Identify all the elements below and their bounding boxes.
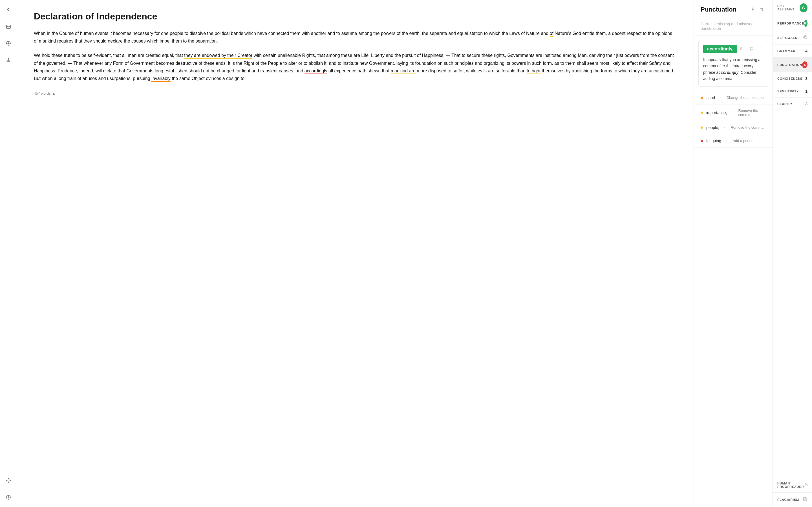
editor-area[interactable]: Declaration of Independence When in the … [17, 0, 694, 507]
list-item-3[interactable]: people, · Remove the comma [694, 121, 772, 134]
underline-they-creator: they are endowed by their Creator [184, 53, 252, 59]
suggestions-panel: Punctuation 5 Corrects missing and misus… [694, 0, 772, 507]
performance-label: PERFORMANCE [777, 22, 804, 25]
suggestion-card-actions: ··· [737, 45, 765, 53]
suggestions-header: Punctuation 5 [694, 0, 772, 18]
list-word-2: importance, [706, 110, 727, 115]
suggestions-count: 5 [752, 7, 755, 13]
svg-point-4 [8, 499, 9, 499]
left-sidebar [0, 0, 17, 507]
sensitivity-score-item[interactable]: SENSITIVITY 1 [773, 85, 812, 98]
suggestions-subtitle: Corrects missing and misused punctuation [694, 18, 772, 36]
human-proofreader-item[interactable]: HUMAN PROOFREADER [773, 478, 812, 493]
plagiarism-item[interactable]: PLAGIARISM [773, 493, 812, 507]
underline-to-right: to right [527, 68, 541, 74]
list-item-1[interactable]: ; and · Change the punctuation [694, 91, 772, 105]
svg-point-2 [8, 480, 9, 482]
suggestion-more-button[interactable]: ··· [758, 45, 765, 53]
download-icon[interactable] [3, 55, 13, 65]
underline-accordingly: accordingly [305, 68, 327, 74]
underline-nature: of [550, 31, 553, 37]
human-proofreader-icon [804, 482, 809, 488]
scores-spacer [773, 110, 812, 478]
scores-sidebar: HIDE ASSISTANT G PERFORMANCE 84 SET GOAL… [772, 0, 812, 507]
svg-point-7 [806, 483, 807, 485]
settings-icon[interactable] [3, 475, 13, 486]
list-item-2[interactable]: importance, · Remove the comma [694, 105, 772, 121]
clarity-score-item[interactable]: CLARITY 3 [773, 98, 812, 110]
paragraph-1: When in the Course of human events it be… [34, 30, 677, 45]
performance-score-item[interactable]: PERFORMANCE 84 [773, 16, 812, 31]
dot-orange-1 [701, 97, 703, 99]
list-item-4[interactable]: fatiguing · Add a period [694, 134, 772, 148]
suggestion-highlight-word: accordingly, [703, 45, 737, 53]
conciseness-label: CONCISENESS [777, 77, 802, 80]
suggestion-list: ; and · Change the punctuation importanc… [694, 91, 772, 148]
suggestions-title: Punctuation [701, 6, 752, 13]
clarity-label: CLARITY [777, 102, 792, 106]
conciseness-score-item[interactable]: CONCISENESS 3 [773, 72, 812, 85]
punctuation-label: PUNCTUATION [777, 63, 802, 66]
back-icon[interactable] [3, 4, 13, 15]
punctuation-score-item[interactable]: PUNCTUATION 5 [773, 57, 812, 72]
set-goals-label: SET GOALS [777, 36, 797, 40]
document-body[interactable]: When in the Course of human events it be… [34, 30, 677, 89]
plagiarism-icon [802, 497, 808, 503]
list-word-4: fatiguing [706, 138, 721, 143]
list-action-1: Change the punctuation [726, 96, 765, 100]
suggestion-body: It appears that you are missing a comma … [699, 57, 768, 87]
punctuation-badge: 5 [802, 61, 808, 68]
dot-yellow-2 [701, 112, 703, 114]
grammar-label: GRAMMAR [777, 49, 795, 53]
list-word-1: ; and [706, 96, 715, 100]
sensitivity-value: 1 [805, 89, 808, 94]
set-goals-item[interactable]: SET GOALS [773, 31, 812, 45]
list-action-3: Remove the comma [730, 125, 763, 129]
sensitivity-label: SENSITIVITY [777, 90, 799, 93]
grammar-score-item[interactable]: GRAMMAR 4 [773, 45, 812, 57]
human-proofreader-label: HUMAN PROOFREADER [777, 482, 804, 489]
clarity-value: 3 [805, 102, 808, 106]
list-action-4: Add a period [732, 138, 753, 143]
underline-invariably: invariably [151, 76, 170, 82]
active-suggestion-card: accordingly, ··· [698, 40, 768, 87]
suggestion-delete-button[interactable] [737, 45, 745, 53]
paragraph-2: We hold these truths to be self-evident,… [34, 52, 677, 82]
inbox-icon[interactable] [3, 21, 13, 32]
grammarly-logo: G [800, 3, 808, 12]
word-count: 457 words ▲ [34, 91, 677, 96]
suggestion-card-header: accordingly, ··· [699, 40, 768, 57]
hide-assistant-button[interactable]: HIDE ASSISTANT [777, 5, 800, 11]
document-title: Declaration of Independence [34, 11, 677, 22]
delete-all-button[interactable] [758, 6, 766, 13]
dot-yellow-3 [701, 126, 703, 129]
svg-point-6 [804, 36, 806, 38]
help-icon[interactable] [3, 492, 13, 503]
performance-badge: 84 [804, 20, 808, 27]
list-action-2: Remove the comma [739, 108, 766, 117]
dot-red-4 [701, 140, 703, 142]
right-panel: Punctuation 5 Corrects missing and misus… [694, 0, 812, 507]
grammar-value: 4 [805, 49, 808, 53]
add-icon[interactable] [3, 38, 13, 48]
set-goals-icon [803, 35, 808, 41]
plagiarism-label: PLAGIARISM [777, 498, 799, 501]
suggestion-flag-button[interactable] [748, 45, 755, 53]
underline-mankind: mankind are [391, 68, 416, 74]
list-word-3: people, [706, 125, 719, 130]
conciseness-value: 3 [805, 76, 808, 81]
scores-header: HIDE ASSISTANT G [773, 0, 812, 16]
